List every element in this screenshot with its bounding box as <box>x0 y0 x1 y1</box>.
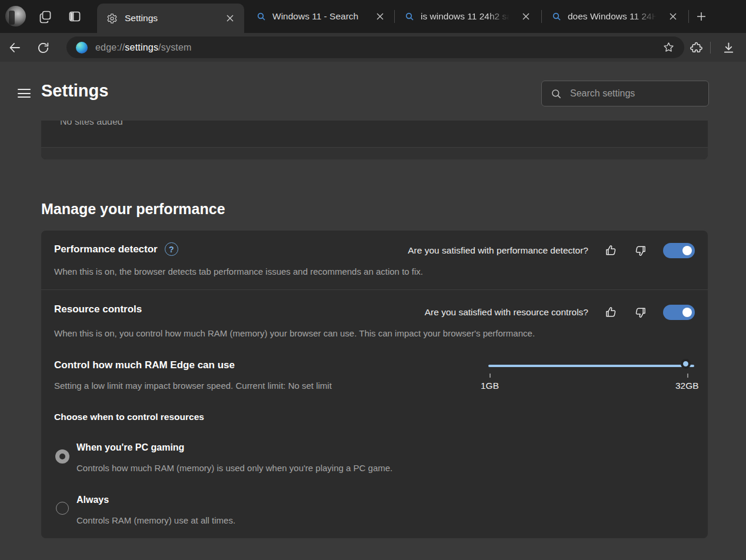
resource-controls-title-row: Resource controls <box>54 304 142 315</box>
row-divider <box>41 289 708 290</box>
edge-browser-window: Settings Windows 11 - Search is windows … <box>0 0 746 560</box>
url-text: edge://settings/system <box>95 42 192 53</box>
extensions-icon[interactable] <box>688 40 704 55</box>
performance-detector-feedback: Are you satisfied with performance detec… <box>408 242 695 259</box>
refresh-icon[interactable] <box>35 40 51 55</box>
close-icon[interactable] <box>373 9 387 24</box>
edge-logo-icon <box>76 42 88 54</box>
ie-mode-sites-card: No sites added <box>41 121 708 159</box>
tab-separator <box>541 10 542 23</box>
navigation-toolbar: edge://settings/system <box>0 33 746 62</box>
ram-slider-knob[interactable] <box>681 359 691 369</box>
radio-always-label[interactable]: Always <box>76 495 109 505</box>
favorite-star-icon[interactable] <box>662 41 675 54</box>
radio-pc-gaming-description: Controls how much RAM (memory) is used o… <box>76 463 392 473</box>
tab-actions-menu-icon[interactable] <box>67 9 82 24</box>
search-icon <box>405 12 414 21</box>
feedback-question: Are you satisfied with resource controls… <box>425 307 588 318</box>
performance-detector-toggle[interactable] <box>663 243 695 258</box>
toggle-knob <box>682 246 692 255</box>
slider-max-label: 32GB <box>675 381 699 391</box>
close-icon[interactable] <box>666 9 680 24</box>
slider-tick-max <box>687 374 688 378</box>
thumbs-up-icon[interactable] <box>603 305 618 320</box>
page-title: Settings <box>41 81 108 101</box>
performance-detector-title: Performance detector <box>54 244 158 255</box>
feedback-question: Are you satisfied with performance detec… <box>408 245 588 256</box>
radio-always[interactable] <box>56 502 69 515</box>
tab-24h2-safe[interactable]: is windows 11 24h2 saf <box>398 7 538 26</box>
search-icon <box>551 88 562 99</box>
close-icon[interactable] <box>223 11 237 25</box>
sites-card-footer <box>41 147 708 159</box>
resource-controls-toggle[interactable] <box>663 305 695 320</box>
tab-label: is windows 11 24h2 saf <box>421 11 512 22</box>
ram-limit-description: Setting a low limit may impact browser s… <box>54 381 332 391</box>
ram-limit-title: Control how much RAM Edge can use <box>54 359 235 371</box>
settings-search-box[interactable] <box>541 81 709 106</box>
search-icon <box>552 12 561 21</box>
tab-separator <box>688 10 689 23</box>
resource-controls-feedback: Are you satisfied with resource controls… <box>425 304 695 321</box>
tab-label: does Windows 11 24H <box>568 11 660 22</box>
slider-min-label: 1GB <box>481 381 499 391</box>
tab-label: Settings <box>125 13 216 24</box>
radio-pc-gaming[interactable] <box>55 449 69 464</box>
section-heading: Manage your performance <box>41 201 225 218</box>
close-icon[interactable] <box>519 9 533 24</box>
address-bar[interactable]: edge://settings/system <box>66 36 684 58</box>
performance-detector-title-row: Performance detector ? <box>54 242 178 256</box>
tab-separator <box>394 10 395 23</box>
back-icon[interactable] <box>7 40 22 55</box>
toolbar-divider <box>710 42 711 54</box>
workspaces-icon[interactable] <box>38 9 53 24</box>
radio-pc-gaming-label[interactable]: When you're PC gaming <box>76 442 184 453</box>
thumbs-up-icon[interactable] <box>603 243 618 258</box>
ram-slider[interactable] <box>488 365 694 367</box>
no-sites-text: No sites added <box>60 121 123 127</box>
thumbs-down-icon[interactable] <box>633 305 648 320</box>
performance-detector-description: When this is on, the browser detects tab… <box>54 266 423 276</box>
thumbs-down-icon[interactable] <box>633 243 648 258</box>
settings-page-header: Settings <box>0 62 746 121</box>
slider-tick-min <box>489 374 491 378</box>
tab-does-windows-24h2[interactable]: does Windows 11 24H <box>545 7 685 26</box>
tab-strip: Settings Windows 11 - Search is windows … <box>0 0 746 33</box>
tab-label: Windows 11 - Search <box>272 11 367 22</box>
performance-card: Performance detector ? Are you satisfied… <box>41 231 708 538</box>
settings-search-input[interactable] <box>570 88 700 99</box>
radio-always-description: Controls RAM (memory) use at all times. <box>76 515 235 525</box>
tab-windows11-search[interactable]: Windows 11 - Search <box>249 7 392 26</box>
ram-limit-title-row: Control how much RAM Edge can use <box>54 359 235 371</box>
resource-controls-title: Resource controls <box>54 304 142 315</box>
toggle-knob <box>682 308 692 317</box>
menu-icon[interactable] <box>18 89 31 98</box>
help-icon[interactable]: ? <box>165 242 178 256</box>
gear-icon <box>106 13 118 24</box>
tab-settings[interactable]: Settings <box>97 4 244 33</box>
downloads-icon[interactable] <box>721 40 736 55</box>
profile-avatar[interactable] <box>5 6 26 26</box>
new-tab-button[interactable] <box>693 8 710 25</box>
resource-mode-heading: Choose when to control resources <box>54 412 204 422</box>
search-icon <box>257 12 266 21</box>
resource-controls-description: When this is on, you control how much RA… <box>54 328 535 338</box>
